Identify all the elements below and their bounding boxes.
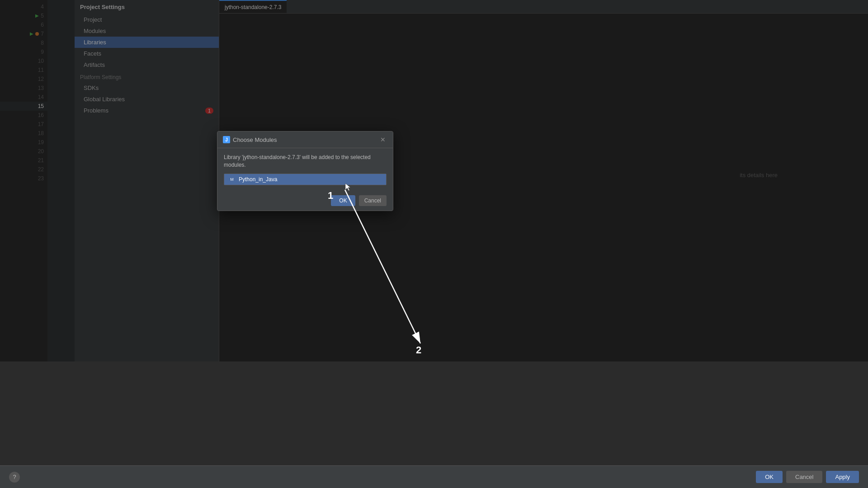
modal-title: Choose Modules — [233, 136, 277, 143]
module-icon: M — [229, 176, 235, 183]
cancel-button-main[interactable]: Cancel — [786, 471, 822, 483]
modal-footer: OK Cancel — [217, 191, 393, 211]
modal-ok-button[interactable]: OK — [331, 195, 355, 206]
module-item-python-in-java[interactable]: M Python_in_Java — [224, 174, 386, 185]
modal-body: Library 'jython-standalone-2.7.3' will b… — [217, 148, 393, 191]
modal-description: Library 'jython-standalone-2.7.3' will b… — [224, 154, 387, 169]
modal-titlebar: J Choose Modules ✕ — [217, 131, 393, 148]
apply-button[interactable]: Apply — [826, 471, 859, 483]
module-name: Python_in_Java — [239, 176, 277, 183]
modal-overlay — [0, 0, 868, 361]
help-button[interactable]: ? — [9, 472, 20, 483]
modal-cancel-button[interactable]: Cancel — [359, 195, 387, 206]
annotation-number-2: 2 — [416, 344, 421, 356]
modal-icon: J — [223, 136, 230, 143]
ok-button-main[interactable]: OK — [756, 471, 783, 483]
modal-close-button[interactable]: ✕ — [378, 135, 387, 144]
annotation-number-1: 1 — [328, 190, 333, 202]
module-list: M Python_in_Java — [224, 174, 387, 185]
bottom-toolbar: ? OK Cancel Apply — [0, 465, 868, 488]
choose-modules-dialog: J Choose Modules ✕ Library 'jython-stand… — [217, 131, 393, 211]
